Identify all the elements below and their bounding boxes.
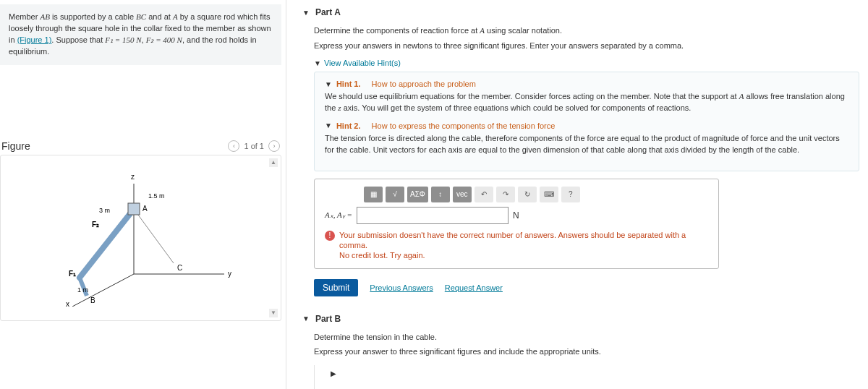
figure-link[interactable]: (Figure 1) — [17, 35, 52, 44]
previous-answers-link[interactable]: Previous Answers — [370, 283, 433, 292]
vec-icon[interactable]: vec — [453, 187, 472, 202]
figure-panel: ▲ ▼ z y x A B C 1.5 m 3 m — [0, 155, 281, 321]
figure-prev[interactable]: ‹ — [228, 140, 239, 152]
partB-question: Determine the tension in the cable. — [314, 331, 859, 343]
figure-counter: 1 of 1 — [244, 142, 264, 150]
hint2-caret-icon[interactable]: ▼ — [325, 121, 332, 129]
help-icon[interactable]: ? — [561, 187, 580, 202]
partA-unit: N — [513, 210, 519, 221]
svg-text:B: B — [90, 296, 95, 304]
partB-hints-toggle[interactable]: ▶View Available Hint(s) — [314, 365, 425, 389]
svg-text:3 m: 3 m — [99, 207, 110, 214]
partA-submit-button[interactable]: Submit — [314, 279, 358, 296]
figure-title: Figure — [1, 140, 30, 152]
figure-next[interactable]: › — [268, 140, 280, 152]
reset-icon[interactable]: ↻ — [518, 187, 537, 202]
svg-text:F₁: F₁ — [69, 270, 76, 278]
svg-rect-6 — [128, 203, 140, 215]
undo-icon[interactable]: ↶ — [475, 187, 493, 202]
updown-icon[interactable]: ↕ — [431, 187, 450, 202]
figure-svg: z y x A B C 1.5 m 3 m 1 m F₁ F₂ — [47, 169, 235, 307]
redo-icon[interactable]: ↷ — [496, 187, 515, 202]
svg-text:C: C — [177, 264, 182, 272]
partA-answer-area: ▦ √ ΑΣΦ ↕ vec ↶ ↷ ↻ ⌨ ? Aₓ, Aᵧ = N — [314, 179, 719, 269]
partA-caret-icon[interactable]: ▼ — [302, 9, 310, 17]
svg-text:F₂: F₂ — [92, 221, 99, 228]
keyboard-icon[interactable]: ⌨ — [540, 187, 558, 202]
problem-statement: Member AB is supported by a cable BC and… — [0, 4, 281, 65]
partA-title: Part A — [315, 7, 341, 17]
request-answer-link[interactable]: Request Answer — [445, 283, 503, 292]
svg-line-3 — [80, 209, 134, 278]
svg-text:A: A — [142, 205, 148, 213]
partA-instructions: Express your answers in newtons to three… — [314, 40, 859, 52]
sqrt-icon[interactable]: √ — [386, 187, 404, 202]
partB-caret-icon[interactable]: ▼ — [302, 315, 310, 322]
templates-icon[interactable]: ▦ — [364, 187, 383, 202]
partA-error-text: Your submission doesn't have the correct… — [339, 230, 708, 261]
svg-text:x: x — [66, 300, 69, 307]
partB-instructions: Express your answer to three significant… — [314, 346, 859, 358]
partA-answer-input[interactable] — [357, 207, 509, 224]
svg-text:z: z — [131, 173, 135, 181]
error-icon: ! — [325, 231, 335, 241]
hint1-caret-icon[interactable]: ▼ — [325, 80, 332, 88]
greek-icon[interactable]: ΑΣΦ — [407, 187, 428, 202]
svg-line-5 — [134, 209, 174, 263]
scroll-up-icon[interactable]: ▲ — [269, 158, 278, 167]
partA-hints: ▼ Hint 1. How to approach the problem We… — [314, 72, 859, 171]
partB-title: Part B — [315, 314, 341, 324]
partA-question: Determine the components of reaction for… — [314, 25, 859, 37]
svg-text:1 m: 1 m — [77, 286, 88, 294]
svg-text:1.5 m: 1.5 m — [148, 192, 165, 200]
partA-answer-label: Aₓ, Aᵧ = — [325, 210, 352, 220]
partA-hints-toggle[interactable]: ▼View Available Hint(s) — [314, 59, 401, 67]
scroll-down-icon[interactable]: ▼ — [269, 309, 278, 317]
svg-text:y: y — [228, 270, 231, 278]
